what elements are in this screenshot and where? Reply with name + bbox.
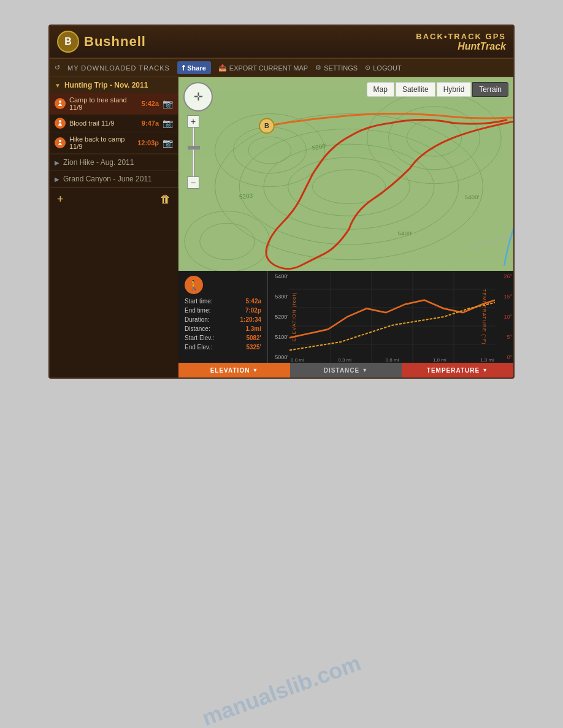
start-time-label: Start time: [185,297,213,306]
track-name-camp: Camp to tree stand 11/9 [69,96,138,111]
zoom-thumb [188,146,200,150]
distance-tab[interactable]: DISTANCE ▼ [290,363,402,377]
track-item-hike[interactable]: Hike back to camp 11/9 12:03p 📷 [50,132,178,154]
distance-tab-label: DISTANCE [324,367,359,374]
share-button[interactable]: f Share [177,61,211,74]
export-button[interactable]: 📤 EXPORT CURRENT MAP [218,64,308,72]
camera-icon-hike: 📷 [163,138,173,148]
camera-icon-camp: 📷 [163,99,173,108]
expand-arrow-hunting: ▼ [55,82,61,89]
logout-icon: ⊙ [365,64,370,72]
track-icon-hike [55,137,66,148]
track-item-blood[interactable]: Blood trail 11/9 9:47a 📷 [50,115,178,132]
track-icon-camp [55,98,66,109]
settings-button[interactable]: ⚙ SETTINGS [315,64,358,72]
map-chart-container: 5200' 5203' 5400' 5400' A [178,77,513,377]
stat-start-time: Start time: 5:42a [185,297,261,306]
start-elev-label: Start Elev.: [185,333,214,343]
terrain-view-button[interactable]: Terrain [472,82,508,97]
zoom-control: + − [187,115,199,189]
y-label-5200: 5200' [269,314,288,320]
duration-val: 1:20:34 [240,315,261,324]
logo-circle: B [57,31,79,53]
y-label-5000: 5000' [269,354,288,360]
header: B Bushnell BACK•TRACK GPS HuntTrack [50,26,513,59]
terrain-svg: 5200' 5203' 5400' 5400' A [178,77,513,271]
zoom-in-button[interactable]: + [187,115,199,127]
trip-name-gc: Grand Canyon - June 2011 [63,175,152,183]
y-temp-15: 15° [496,294,512,300]
end-elev-val: 5325' [246,343,261,352]
satellite-view-button[interactable]: Satellite [396,82,435,97]
x-label-0: 0.0 mi [291,357,304,363]
temperature-tab[interactable]: TEMPERATURE ▼ [402,363,513,377]
logout-button[interactable]: ⊙ LOGOUT [365,64,401,72]
temperature-tab-arrow: ▼ [482,367,488,373]
camera-icon-blood: 📷 [163,118,173,128]
logo-area: B Bushnell [57,31,146,53]
stat-end-elev: End Elev.: 5325' [185,343,261,352]
x-label-13: 1.3 mi [480,357,494,363]
end-time-val: 7:02p [245,306,261,315]
tracks-label: MY DOWNLOADED TRACKS [67,64,170,72]
svg-text:5203': 5203' [239,192,254,200]
hybrid-view-button[interactable]: Hybrid [437,82,472,97]
x-axis-labels: 0.0 mi 0.3 mi 0.6 mi 1.0 mi 1.3 mi [289,357,495,363]
map-view-button[interactable]: Map [367,82,394,97]
svg-point-2 [59,140,61,142]
y-temp-10: 10° [496,314,512,320]
distance-label: Distance: [185,324,210,333]
delete-track-button[interactable]: 🗑 [160,193,171,206]
backtrack-label: BACK•TRACK GPS [416,32,506,41]
track-icon-blood [55,118,66,129]
track-item-camp[interactable]: Camp to tree stand 11/9 5:42a 📷 [50,93,178,115]
map-area[interactable]: 5200' 5203' 5400' 5400' A [178,77,513,271]
y-temp-5: 5° [496,334,512,340]
stat-distance: Distance: 1.3mi [185,324,261,333]
sidebar-footer: + 🗑 [50,188,178,211]
trip-header-hunting[interactable]: ▼ Hunting Trip - Nov. 2011 [50,77,178,93]
track-time-blood: 9:47a [142,119,159,127]
elevation-tab[interactable]: ELEVATION ▼ [178,363,290,377]
y-axis-left: 5400' 5300' 5200' 5100' 5000' [268,271,289,363]
elevation-tab-label: ELEVATION [210,367,250,374]
y-temp-0: 0° [496,354,512,360]
start-elev-val: 5082' [246,333,261,343]
x-label-03: 0.3 mi [338,357,351,363]
trip-zion[interactable]: ▶ Zion Hike - Aug. 2011 [50,154,178,171]
elevation-tab-arrow: ▼ [252,367,258,373]
chart-area: 🚶 Start time: 5:42a End time: 7:02p Dura… [178,271,513,363]
zoom-slider[interactable] [192,127,194,176]
chart-info-panel: 🚶 Start time: 5:42a End time: 7:02p Dura… [178,271,267,363]
logo-letter: B [64,36,72,47]
end-time-label: End time: [185,306,210,315]
chart-svg [289,271,495,363]
export-icon: 📤 [218,64,227,72]
x-label-10: 1.0 mi [433,357,446,363]
track-info-blood: Blood trail 11/9 [69,119,138,127]
track-name-hike: Hike back to camp 11/9 [69,135,134,150]
trip-name-zion: Zion Hike - Aug. 2011 [63,158,134,167]
add-track-button[interactable]: + [57,193,64,206]
zoom-out-button[interactable]: − [187,176,199,189]
stat-duration: Duration: 1:20:34 [185,315,261,324]
brand-right: BACK•TRACK GPS HuntTrack [416,32,506,52]
refresh-button[interactable]: ↺ [55,64,60,72]
x-label-06: 0.6 mi [386,357,399,363]
trip-grandcanyon[interactable]: ▶ Grand Canyon - June 2011 [50,171,178,188]
track-name-blood: Blood trail 11/9 [69,119,138,127]
svg-text:B: B [264,122,269,129]
compass-rose[interactable]: ✛ [183,82,213,112]
trip-name-hunting: Hunting Trip - Nov. 2011 [64,81,148,89]
svg-point-0 [59,100,61,103]
duration-label: Duration: [185,315,210,324]
sidebar: ▼ Hunting Trip - Nov. 2011 Camp to tree … [50,77,178,188]
expand-arrow-gc: ▶ [55,176,59,183]
track-info-hike: Hike back to camp 11/9 [69,135,134,150]
facebook-icon: f [182,63,185,72]
chart-graph-panel: ELEVATION (feet) TEMPERATURE (°F) 5400' … [267,271,513,363]
track-time-camp: 5:42a [142,100,159,107]
main-layout: ▼ Hunting Trip - Nov. 2011 Camp to tree … [50,77,513,377]
svg-text:5400': 5400' [465,194,480,200]
svg-point-1 [59,120,61,123]
